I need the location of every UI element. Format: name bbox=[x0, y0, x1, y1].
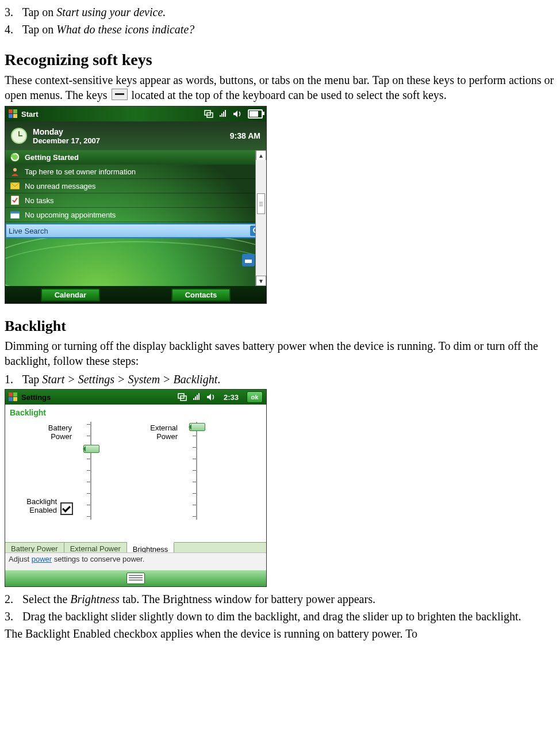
keyboard-icon[interactable] bbox=[126, 573, 145, 584]
step-4: 4. Tap on What do these icons indicate? bbox=[5, 22, 555, 37]
title-bar-title: Start bbox=[21, 110, 201, 119]
tasks-icon bbox=[10, 195, 20, 205]
softkey-contacts[interactable]: Contacts bbox=[171, 288, 231, 302]
title-bar: Settings 2:33 ok bbox=[5, 390, 266, 405]
time-label: 9:38 AM bbox=[230, 131, 260, 140]
heading-soft-keys: Recognizing soft keys bbox=[5, 49, 555, 70]
title-bar-status-icons bbox=[204, 109, 263, 119]
title-bar-title: Settings bbox=[21, 393, 174, 402]
step-b1: 1. Tap Start > Settings > System > Backl… bbox=[5, 372, 555, 387]
row-messages[interactable]: No unread messages bbox=[5, 179, 266, 193]
paragraph-backlight: Dimming or turning off the display backl… bbox=[5, 338, 555, 368]
calendar-icon bbox=[10, 209, 20, 220]
step-3: 3. Tap on Start using your device. bbox=[5, 5, 555, 20]
input-panel-bar bbox=[5, 570, 266, 586]
ok-button[interactable]: ok bbox=[247, 391, 263, 403]
date-time-row[interactable]: Monday December 17, 2007 9:38 AM bbox=[5, 121, 266, 150]
paragraph-soft-keys: These context-sensitive keys appear as w… bbox=[5, 73, 555, 102]
row-tasks[interactable]: No tasks bbox=[5, 193, 266, 208]
mail-icon bbox=[10, 181, 20, 191]
volume-icon bbox=[206, 393, 216, 401]
scrollbar[interactable]: ▲ ▼ bbox=[255, 150, 266, 286]
slider-external-power[interactable] bbox=[190, 422, 203, 520]
clock-icon bbox=[11, 128, 27, 144]
svg-rect-7 bbox=[10, 212, 20, 213]
connectivity-icon bbox=[178, 393, 187, 401]
time-label: 2:33 bbox=[224, 393, 239, 402]
label-backlight-enabled: BacklightEnabled bbox=[9, 498, 57, 515]
scroll-thumb[interactable] bbox=[257, 193, 265, 214]
connectivity-icon bbox=[204, 110, 213, 118]
tray-icon[interactable] bbox=[242, 254, 255, 266]
title-bar: Start bbox=[5, 106, 266, 121]
owner-icon bbox=[10, 166, 20, 177]
start-icon[interactable] bbox=[9, 109, 18, 119]
row-owner-info[interactable]: Tap here to set owner information bbox=[5, 165, 266, 179]
label-external-power: ExternalPower bbox=[114, 424, 178, 441]
svg-point-3 bbox=[13, 168, 17, 171]
step-c3: 3. Drag the backlight slider slightly do… bbox=[5, 609, 555, 624]
row-appointments[interactable]: No upcoming appointments bbox=[5, 208, 266, 222]
softkey-calendar[interactable]: Calendar bbox=[41, 288, 101, 302]
live-search-field[interactable]: Live Search bbox=[5, 223, 266, 238]
scroll-up-button[interactable]: ▲ bbox=[256, 150, 266, 161]
soft-key-bar: Calendar Contacts bbox=[5, 286, 266, 303]
signal-icon bbox=[219, 110, 227, 118]
settings-page-title: Backlight bbox=[5, 405, 266, 418]
volume-icon bbox=[233, 110, 242, 118]
getting-started-icon bbox=[10, 152, 20, 162]
battery-icon bbox=[248, 109, 263, 119]
title-bar-status-icons: 2:33 bbox=[178, 393, 239, 402]
screenshot-today-screen: Start Monday December 17, 2007 9:38 AM G… bbox=[5, 106, 267, 304]
scroll-down-button[interactable]: ▼ bbox=[256, 276, 266, 286]
paragraph-tail: The Backlight Enabled checkbox applies w… bbox=[5, 626, 555, 641]
signal-icon bbox=[193, 393, 201, 401]
link-power[interactable]: power bbox=[32, 555, 52, 563]
label-battery-power: BatteryPower bbox=[9, 424, 72, 441]
step-c2: 2. Select the Brightness tab. The Bright… bbox=[5, 592, 555, 607]
softkey-key-icon bbox=[112, 89, 128, 100]
row-getting-started[interactable]: Getting Started bbox=[5, 150, 266, 165]
checkbox-backlight-enabled[interactable] bbox=[60, 502, 73, 515]
start-icon[interactable] bbox=[9, 392, 18, 402]
slider-battery-power[interactable] bbox=[85, 422, 97, 520]
hint-bar: Adjust power settings to conserve power. bbox=[5, 552, 266, 570]
heading-backlight: Backlight bbox=[5, 317, 555, 336]
svg-rect-11 bbox=[245, 258, 252, 260]
screenshot-backlight-settings: Settings 2:33 ok Backlight BatteryPower … bbox=[5, 389, 267, 587]
